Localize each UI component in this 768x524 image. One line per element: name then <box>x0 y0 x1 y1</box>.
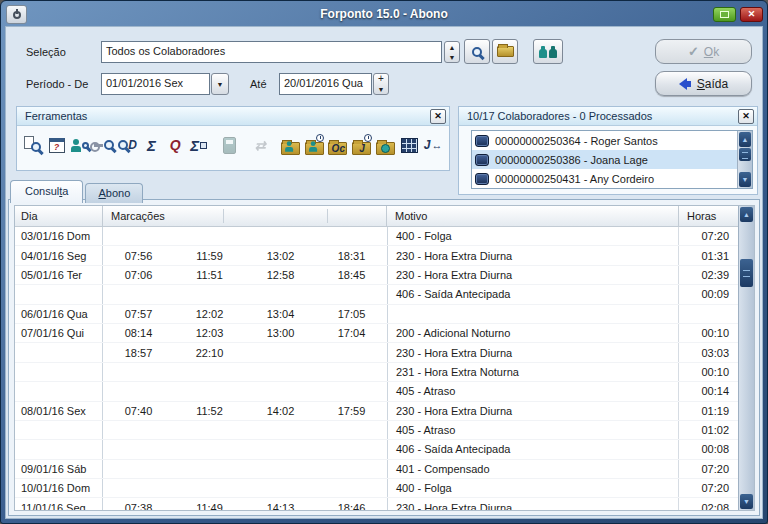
totals-sigma-icon: Σ <box>141 132 163 158</box>
cell-motivo: 401 - Compensado <box>388 460 678 478</box>
tab-consulta[interactable]: Consulta <box>10 180 83 203</box>
search-details-button[interactable]: D <box>117 132 139 158</box>
cell-marcacoes <box>103 382 388 400</box>
marcacao-time: 07:06 <box>103 269 174 281</box>
table-row[interactable]: 10/01/16 Dom400 - Folga07:20 <box>15 479 738 498</box>
period-from-label: Período - De <box>26 78 88 90</box>
cell-dia: 09/01/16 Sáb <box>15 460 103 478</box>
cell-motivo <box>388 305 678 323</box>
scroll-down-button[interactable]: ▼ <box>740 494 753 509</box>
title-bar[interactable]: Forponto 15.0 - Abono ✕ <box>5 1 763 26</box>
column-header-motivo: Motivo <box>387 206 678 226</box>
grid-header: Dia Marcações Motivo Horas <box>15 206 738 227</box>
cell-dia <box>15 382 103 400</box>
marcacao-time: 18:45 <box>316 269 387 281</box>
table-row[interactable]: 05/01/16 Ter07:0611:5112:5818:45230 - Ho… <box>15 266 738 285</box>
folder-journey-clock-button[interactable]: J <box>351 132 373 158</box>
saida-button[interactable]: Saída <box>655 71 752 96</box>
table-row[interactable]: 09/01/16 Sáb401 - Compensado07:20 <box>15 460 738 479</box>
ferramentas-close-button[interactable]: ✕ <box>430 109 446 124</box>
selection-spinner[interactable]: ▲ ▼ <box>444 41 460 63</box>
scroll-up-button[interactable]: ▲ <box>740 207 753 222</box>
table-row[interactable]: 405 - Atraso00:14 <box>15 382 738 401</box>
table-row[interactable]: 03/01/16 Dom400 - Folga07:20 <box>15 227 738 246</box>
spin-down-icon[interactable]: ▼ <box>449 52 456 62</box>
scrollbar-thumb[interactable] <box>740 259 753 287</box>
scrollbar-thumb[interactable] <box>739 148 751 161</box>
period-to-spinner[interactable]: + ▼ <box>373 73 389 95</box>
cell-dia <box>15 285 103 303</box>
marcacao-time: 17:04 <box>316 327 387 339</box>
table-row[interactable]: 406 - Saída Antecipada00:08 <box>15 440 738 459</box>
employees-panel: 10/17 Colaboradores - 0 Processados ✕ 00… <box>458 106 758 195</box>
marcacao-time: 13:00 <box>245 327 316 339</box>
table-row[interactable]: 231 - Hora Extra Noturna00:10 <box>15 363 738 382</box>
scroll-down-icon: ▼ <box>743 498 750 505</box>
grid-scrollbar[interactable]: ▲ ▼ <box>738 206 754 510</box>
open-folder-button[interactable] <box>492 39 518 64</box>
search-key-button[interactable] <box>93 132 115 158</box>
cell-dia: 10/01/16 Dom <box>15 479 103 497</box>
table-row[interactable]: 07/01/16 Qui08:1412:0313:0017:04200 - Ad… <box>15 324 738 343</box>
table-row[interactable]: 406 - Saída Antecipada00:09 <box>15 285 738 304</box>
close-button[interactable]: ✕ <box>740 7 763 22</box>
search-document-button[interactable] <box>22 132 44 158</box>
employee-list-scrollbar[interactable]: ▲ ▼ <box>737 131 752 188</box>
marcacao-time: 12:58 <box>245 269 316 281</box>
totals-grid-button[interactable]: Σ <box>188 132 210 158</box>
marcacao-time: 07:40 <box>103 405 174 417</box>
employees-close-button[interactable]: ✕ <box>738 109 754 124</box>
selection-input[interactable]: Todos os Colaboradores <box>101 41 442 63</box>
scroll-down-button[interactable]: ▼ <box>739 172 751 187</box>
marcacao-time: 14:13 <box>245 502 316 510</box>
period-from-dropdown[interactable]: ▼ <box>211 73 229 95</box>
calculator-button[interactable] <box>219 132 241 158</box>
folder-person-clock-button[interactable] <box>304 132 326 158</box>
journey-transfer-button[interactable]: J↔ <box>422 132 444 158</box>
cell-horas: 02:08 <box>678 498 738 510</box>
folder-payroll-button[interactable] <box>375 132 397 158</box>
list-item[interactable]: 00000000250431 - Any Cordeiro <box>472 169 737 188</box>
adjust-button[interactable]: ⇄ <box>249 132 271 158</box>
totals-sigma-button[interactable]: Σ <box>141 132 163 158</box>
ok-button[interactable]: ✓ Ok <box>655 39 752 64</box>
table-row[interactable]: 04/01/16 Seg07:5611:5913:0218:31230 - Ho… <box>15 246 738 265</box>
scroll-up-button[interactable]: ▲ <box>739 132 751 147</box>
employee-checkbox-icon <box>475 173 489 185</box>
cell-marcacoes <box>103 227 388 245</box>
spin-up-icon[interactable]: ▲ <box>449 42 456 52</box>
search-button[interactable] <box>464 39 490 64</box>
tab-abono[interactable]: Abono <box>85 183 143 203</box>
ferramentas-panel: Ferramentas ✕ ?DΣQΣ⇄OcJJ↔ <box>16 106 450 171</box>
column-header-horas: Horas <box>678 206 738 226</box>
cell-motivo: 405 - Atraso <box>388 421 678 439</box>
cell-dia <box>15 440 103 458</box>
cell-motivo: 200 - Adicional Noturno <box>388 324 678 342</box>
spin-down-icon[interactable]: ▼ <box>378 84 385 94</box>
maximize-button[interactable] <box>713 7 736 22</box>
balance-q-button[interactable]: Q <box>164 132 186 158</box>
marcacao-time: 11:52 <box>174 405 245 417</box>
column-header-dia: Dia <box>15 206 103 226</box>
spin-plus-icon[interactable]: + <box>378 74 384 84</box>
period-from-input[interactable]: 01/01/2016 Sex <box>101 73 210 95</box>
list-item[interactable]: 00000000250386 - Joana Lage <box>472 150 737 169</box>
calendar-grid-button[interactable] <box>399 132 421 158</box>
cell-marcacoes <box>103 421 388 439</box>
search-person-button[interactable] <box>69 132 91 158</box>
app-system-menu[interactable] <box>6 5 27 24</box>
employees-title: 10/17 Colaboradores - 0 Processados <box>467 110 652 122</box>
table-row[interactable]: 08/01/16 Sex07:4011:5214:0217:59230 - Ho… <box>15 402 738 421</box>
folder-person-button[interactable] <box>280 132 302 158</box>
calendar-query-button[interactable]: ? <box>46 132 68 158</box>
table-row[interactable]: 11/01/16 Seg07:3811:4914:1318:46230 - Ho… <box>15 498 738 510</box>
table-row[interactable]: 405 - Atraso01:02 <box>15 421 738 440</box>
period-to-input[interactable]: 20/01/2016 Qua <box>279 73 372 95</box>
table-row[interactable]: 06/01/16 Qua07:5712:0213:0417:05 <box>15 305 738 324</box>
list-item[interactable]: 00000000250364 - Roger Santos <box>472 131 737 150</box>
scroll-down-icon: ▼ <box>742 176 749 183</box>
cell-dia: 08/01/16 Sex <box>15 402 103 420</box>
folder-occurrences-button[interactable]: Oc <box>327 132 349 158</box>
employees-group-button[interactable] <box>533 39 563 64</box>
table-row[interactable]: 18:5722:10230 - Hora Extra Diurna03:03 <box>15 343 738 362</box>
